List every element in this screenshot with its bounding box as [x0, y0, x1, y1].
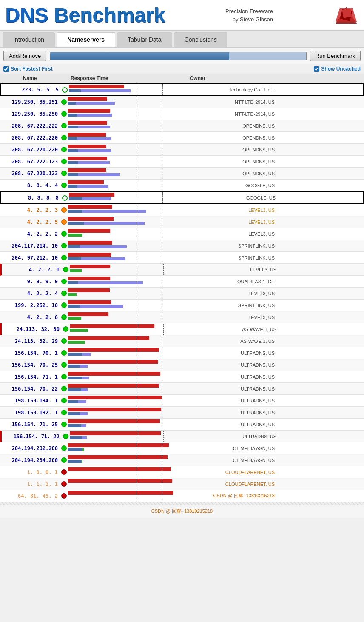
show-uncached-checkbox[interactable]	[314, 66, 319, 72]
bars-cell	[68, 252, 187, 263]
bar-blue	[68, 353, 91, 356]
table-row[interactable]: 208. 67.220.220 OPENDNS, US	[0, 144, 364, 156]
table-row[interactable]: 1. 0. 0. 1 CLOUDFLARENET, US	[0, 466, 364, 478]
table-row[interactable]: 156.154. 70. 22 ULTRADNS, US	[0, 383, 364, 395]
table-row[interactable]: 4. 2. 2. 4 LEVEL3, US	[0, 288, 364, 300]
table-row[interactable]: 204.194.234.200 CT MEDIA ASN, US	[0, 454, 364, 466]
status-cell	[60, 291, 68, 296]
ip-address: 4. 2. 2. 4	[0, 290, 60, 297]
table-row[interactable]: 4. 2. 2. 2 LEVEL3, US	[0, 228, 364, 240]
dashed-line-2	[162, 120, 162, 131]
table-row[interactable]: 204.194.232.200 CT MEDIA ASN, US	[0, 442, 364, 454]
sort-fastest-first-checkbox[interactable]	[3, 66, 9, 72]
ip-address: 156.154. 70. 22	[0, 385, 60, 393]
table-row[interactable]: 24.113. 32. 29 AS-WAVE-1, US	[0, 335, 364, 347]
table-row[interactable]: 156.154. 71. 1 ULTRADNS, US	[0, 371, 364, 383]
table-row[interactable]: 129.250. 35.250 NTT-LTD-2914, US	[0, 108, 364, 120]
table-row[interactable]: 208. 67.222.222 OPENDNS, US	[0, 120, 364, 132]
ip-address: 156.154. 70. 1	[0, 349, 60, 357]
table-row[interactable]: 208. 67.222.220 OPENDNS, US	[0, 132, 364, 144]
table-row[interactable]: 24.113. 32. 30 AS-WAVE-1, US	[0, 323, 364, 335]
table-row[interactable]: 156.154. 71. 22 ULTRADNS, US	[0, 431, 364, 442]
status-cell	[60, 123, 68, 128]
owner-cell: CLOUDFLARENET, US	[187, 481, 276, 488]
table-row[interactable]: 204.117.214. 10 SPRINTLINK, US	[0, 240, 364, 252]
tab-tabular-data[interactable]: Tabular Data	[117, 32, 172, 47]
tab-introduction[interactable]: Introduction	[3, 32, 55, 47]
ip-address: 9. 9. 9. 9	[0, 278, 60, 285]
show-uncached-label[interactable]: Show Uncached	[314, 66, 361, 72]
dashed-line-1	[136, 300, 136, 311]
bars-cell	[68, 288, 187, 299]
add-remove-button[interactable]: Add/Remove	[3, 51, 46, 61]
table-row[interactable]: 156.154. 70. 1 ULTRADNS, US	[0, 347, 364, 359]
table-row[interactable]: 208. 67.222.123 OPENDNS, US	[0, 156, 364, 168]
tab-conclusions[interactable]: Conclusions	[174, 32, 228, 47]
dashed-line-1	[136, 360, 136, 371]
bars-cell	[68, 467, 187, 478]
status-icon	[61, 147, 67, 152]
bar-red	[68, 121, 107, 125]
sort-fastest-first-label[interactable]: Sort Fastest First	[3, 66, 53, 72]
table-row[interactable]: 199. 2.252. 10 SPRINTLINK, US	[0, 300, 364, 311]
owner-cell: OPENDNS, US	[187, 146, 276, 153]
bars-cell	[68, 300, 187, 311]
dashed-line-2	[163, 324, 164, 335]
table-row[interactable]: 223. 5. 5. 5 Technology Co., Ltd....	[0, 83, 364, 96]
status-cell	[61, 267, 70, 272]
owner-cell: QUAD9-AS-1, CH	[187, 278, 276, 285]
tab-nameservers[interactable]: Nameservers	[57, 32, 115, 47]
table-row[interactable]: 4. 2. 2. 5 LEVEL3, US	[0, 216, 364, 228]
table-row[interactable]: 204. 97.212. 10 SPRINTLINK, US	[0, 252, 364, 264]
bar-green	[68, 317, 81, 320]
status-icon	[63, 434, 68, 439]
dashed-line-1	[136, 217, 136, 228]
bar-red	[68, 360, 158, 364]
status-icon	[61, 99, 67, 105]
table-row[interactable]: 64. 81. 45. 2 CSDN @ 回辉- 13810215218	[0, 490, 364, 502]
table-row[interactable]: 208. 67.220.123 OPENDNS, US	[0, 168, 364, 180]
bars-cell	[68, 348, 187, 359]
table-row[interactable]: 8. 8. 8. 8 GOOGLE, US	[0, 191, 364, 204]
status-cell	[60, 362, 68, 368]
dashed-line-1	[136, 156, 136, 167]
bars-cell	[68, 312, 187, 323]
table-row[interactable]: 198.153.192. 1 ULTRADNS, US	[0, 407, 364, 419]
table-row[interactable]: 156.154. 70. 25 ULTRADNS, US	[0, 359, 364, 371]
bar-red	[68, 168, 106, 172]
dashed-line-1	[136, 348, 136, 359]
bar-red	[69, 193, 114, 197]
bar-red	[68, 312, 108, 316]
table-row[interactable]: 129.250. 35.251 NTT-LTD-2914, US	[0, 96, 364, 108]
table-row[interactable]: 4. 2. 2. 3 LEVEL3, US	[0, 204, 364, 216]
bars-cell	[68, 407, 187, 418]
table-row[interactable]: 4. 2. 2. 1 LEVEL3, US	[0, 264, 364, 276]
table-row[interactable]: 9. 9. 9. 9 QUAD9-AS-1, CH	[0, 276, 364, 288]
ip-address: 24.113. 32. 30	[2, 325, 61, 333]
table-row[interactable]: 156.154. 71. 25 ULTRADNS, US	[0, 419, 364, 431]
table-row[interactable]: 1. 1. 1. 1 CLOUDFLARENET, US	[0, 478, 364, 490]
bar-blue	[68, 102, 115, 105]
run-benchmark-button[interactable]: Run Benchmark	[310, 51, 361, 61]
dashed-line-1	[137, 192, 137, 203]
dashed-line-2	[162, 491, 162, 502]
bar-red	[68, 288, 110, 292]
bar-red	[70, 431, 161, 435]
bar-red	[68, 491, 173, 495]
dashed-line-1	[136, 180, 136, 191]
table-row[interactable]: 8. 8. 4. 4 GOOGLE, US	[0, 180, 364, 191]
owner-cell: CT MEDIA ASN, US	[187, 457, 276, 464]
status-cell	[60, 255, 68, 260]
bar-blue	[68, 126, 110, 128]
dashed-line-2	[162, 180, 162, 191]
bar-red	[70, 265, 110, 268]
bar-blue	[70, 436, 87, 439]
dashed-line-2	[162, 312, 162, 323]
table-row[interactable]: 4. 2. 2. 6 LEVEL3, US	[0, 311, 364, 323]
dashed-line-1	[136, 108, 136, 120]
owner-cell: OPENDNS, US	[187, 134, 276, 141]
dashed-line-1	[136, 252, 136, 263]
table-row[interactable]: 198.153.194. 1 ULTRADNS, US	[0, 395, 364, 407]
app-header: DNS Benchmark Precision Freeware by Stev…	[0, 0, 364, 31]
status-cell	[60, 87, 69, 93]
